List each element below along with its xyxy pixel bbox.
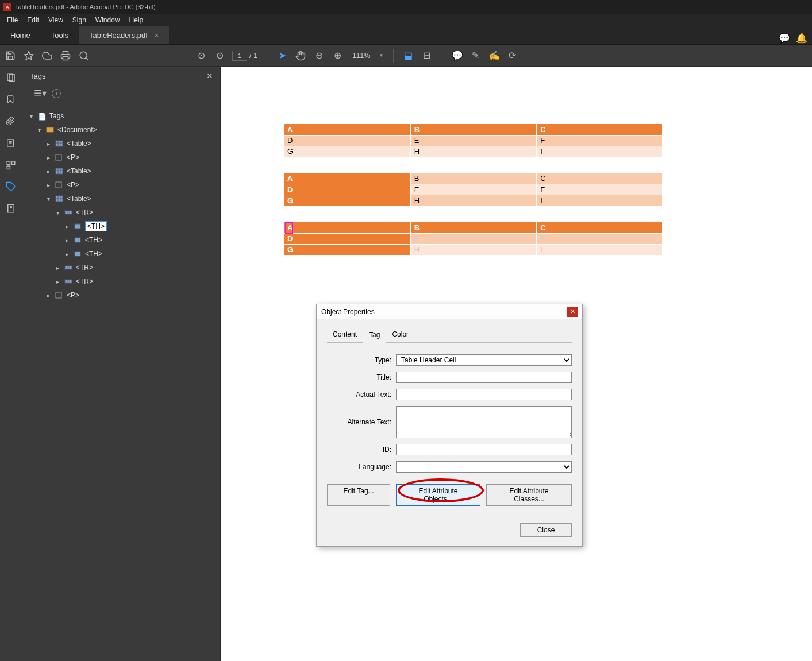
tree-item-label: <TR> bbox=[76, 208, 93, 217]
zoom-out-icon[interactable]: ⊖ bbox=[313, 50, 325, 61]
id-input[interactable] bbox=[396, 444, 572, 455]
attachments-icon[interactable] bbox=[6, 116, 17, 127]
twisty-icon[interactable]: ▸ bbox=[54, 279, 61, 285]
tree-item[interactable]: ▸<TH> bbox=[25, 233, 215, 247]
print-icon[interactable] bbox=[60, 50, 71, 61]
twisty-icon[interactable]: ▾ bbox=[45, 196, 52, 202]
tag-type-icon bbox=[64, 209, 72, 216]
comment-icon[interactable]: 💬 bbox=[452, 50, 463, 61]
highlight-icon[interactable]: ✎ bbox=[470, 50, 482, 61]
toolbar-separator bbox=[442, 49, 442, 63]
tag-type-icon bbox=[74, 250, 82, 257]
tree-item[interactable]: ▾<Table> bbox=[25, 192, 215, 206]
svg-rect-36 bbox=[65, 266, 72, 269]
page-sep: / bbox=[249, 52, 251, 60]
tab-close-icon[interactable]: × bbox=[155, 32, 159, 40]
twisty-icon[interactable]: ▸ bbox=[63, 223, 70, 230]
twisty-icon[interactable]: ▸ bbox=[54, 265, 61, 271]
tree-item[interactable]: ▸<TR> bbox=[25, 275, 215, 288]
panel-options-icon[interactable]: ☰▾ bbox=[34, 88, 46, 99]
tab-color[interactable]: Color bbox=[386, 328, 414, 343]
twisty-icon[interactable]: ▸ bbox=[63, 237, 70, 243]
twisty-icon[interactable]: ▸ bbox=[45, 168, 52, 175]
menu-help[interactable]: Help bbox=[126, 16, 147, 24]
svg-rect-30 bbox=[65, 211, 72, 214]
twisty-icon[interactable]: ▸ bbox=[45, 292, 52, 299]
content-icon[interactable] bbox=[6, 138, 17, 149]
tab-document[interactable]: TableHeaders.pdf × bbox=[79, 26, 169, 44]
page-down-icon[interactable]: ⊙ bbox=[214, 50, 225, 61]
page-up-icon[interactable]: ⊙ bbox=[195, 50, 207, 61]
title-input[interactable] bbox=[396, 372, 572, 383]
menu-file[interactable]: File bbox=[3, 16, 21, 24]
twisty-icon[interactable]: ▸ bbox=[45, 141, 52, 147]
edit-tag-button[interactable]: Edit Tag... bbox=[327, 484, 390, 506]
tree-item[interactable]: ▸<P> bbox=[25, 150, 215, 164]
tree-root[interactable]: ▾ 📄 Tags bbox=[25, 109, 215, 123]
tree-item[interactable]: ▸<TH> bbox=[25, 247, 215, 261]
menu-edit[interactable]: Edit bbox=[24, 16, 43, 24]
dialog-close-icon[interactable]: ✕ bbox=[567, 307, 578, 317]
zoom-dropdown-icon[interactable]: ▼ bbox=[379, 53, 384, 58]
fit-page-icon[interactable]: ⊟ bbox=[421, 50, 433, 61]
menu-sign[interactable]: Sign bbox=[69, 16, 90, 24]
panel-info-icon[interactable]: i bbox=[52, 89, 61, 98]
tree-item[interactable]: ▸<TR> bbox=[25, 261, 215, 275]
order-icon[interactable] bbox=[6, 160, 17, 171]
alternate-text-input[interactable] bbox=[396, 406, 572, 438]
page-total: 1 bbox=[253, 52, 257, 60]
zoom-level[interactable]: 111% bbox=[350, 52, 372, 60]
sign-icon[interactable]: ✍ bbox=[488, 50, 500, 61]
window-title: TableHeaders.pdf - Adobe Acrobat Pro DC … bbox=[15, 3, 156, 10]
hand-icon[interactable] bbox=[295, 50, 306, 61]
twisty-icon[interactable]: ▸ bbox=[63, 251, 70, 257]
tab-color-label: Color bbox=[392, 330, 409, 338]
twisty-icon[interactable]: ▸ bbox=[45, 154, 52, 161]
cloud-icon[interactable] bbox=[41, 50, 53, 61]
edit-attribute-classes-button[interactable]: Edit Attribute Classes... bbox=[486, 484, 572, 506]
tab-tools[interactable]: Tools bbox=[41, 26, 79, 44]
pointer-icon[interactable]: ➤ bbox=[276, 50, 288, 61]
actual-text-input[interactable] bbox=[396, 389, 572, 400]
edit-attribute-objects-button[interactable]: Edit Attribute Objects... bbox=[396, 484, 480, 506]
svg-rect-11 bbox=[7, 166, 10, 169]
tree-item[interactable]: ▸<P> bbox=[25, 288, 215, 302]
twisty-icon[interactable]: ▸ bbox=[45, 182, 52, 188]
menu-view[interactable]: View bbox=[45, 16, 67, 24]
page-current-input[interactable] bbox=[232, 51, 247, 61]
tree-item[interactable]: ▸<Table> bbox=[25, 137, 215, 150]
save-icon[interactable] bbox=[5, 50, 16, 61]
star-icon[interactable] bbox=[23, 50, 34, 61]
tree-item[interactable]: ▸<P> bbox=[25, 178, 215, 192]
language-select[interactable] bbox=[396, 461, 572, 473]
twisty-icon[interactable]: ▾ bbox=[36, 127, 43, 133]
stamp-icon[interactable]: ⟳ bbox=[507, 50, 518, 61]
thumbnails-icon[interactable] bbox=[6, 72, 17, 84]
tag-type-icon bbox=[55, 168, 63, 175]
tree-item[interactable]: ▾<TR> bbox=[25, 206, 215, 219]
bookmarks-icon[interactable] bbox=[6, 94, 17, 106]
twisty-icon[interactable]: ▾ bbox=[54, 210, 61, 216]
twisty-icon[interactable]: ▾ bbox=[28, 113, 34, 119]
tab-content[interactable]: Content bbox=[327, 328, 363, 343]
panel-close-icon[interactable]: ✕ bbox=[206, 71, 213, 80]
bell-icon[interactable]: 🔔 bbox=[796, 32, 807, 44]
tree-item[interactable]: ▸<TH> bbox=[25, 219, 215, 233]
menu-window[interactable]: Window bbox=[92, 16, 124, 24]
search-icon[interactable] bbox=[78, 50, 90, 61]
type-select[interactable]: Table Header Cell bbox=[396, 354, 572, 366]
tree-item[interactable]: ▾<Document> bbox=[25, 123, 215, 137]
svg-point-2 bbox=[80, 52, 87, 59]
svg-rect-25 bbox=[56, 182, 61, 188]
dialog-tabs: Content Tag Color bbox=[327, 327, 572, 343]
fit-width-icon[interactable]: ⬓ bbox=[403, 50, 414, 61]
close-button[interactable]: Close bbox=[520, 523, 572, 537]
tags-icon[interactable] bbox=[6, 181, 17, 193]
panel-title: Tags bbox=[30, 72, 45, 80]
zoom-in-icon[interactable]: ⊕ bbox=[332, 50, 343, 61]
tree-item[interactable]: ▸<Table> bbox=[25, 164, 215, 178]
tab-tag[interactable]: Tag bbox=[363, 328, 386, 343]
chat-icon[interactable]: 💬 bbox=[779, 32, 790, 44]
accessibility-report-icon[interactable] bbox=[6, 203, 17, 215]
tab-home[interactable]: Home bbox=[0, 26, 41, 44]
